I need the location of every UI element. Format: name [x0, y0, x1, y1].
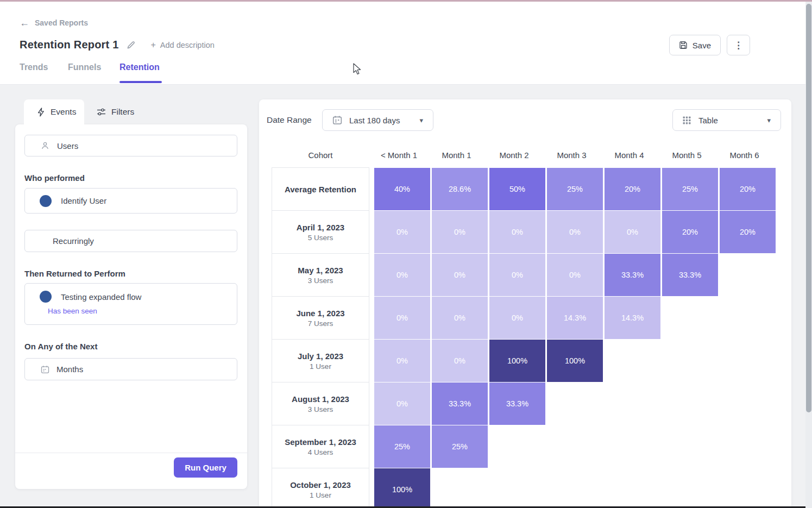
calendar-icon: [41, 365, 49, 374]
table-row: August 1, 20233 Users0%33.3%33.3%: [272, 382, 776, 425]
retention-cells: 0%0%100%100%: [374, 340, 603, 382]
cohort-cell: July 1, 20231 User: [272, 339, 369, 382]
retention-cell[interactable]: 0%: [432, 254, 488, 296]
retention-cell[interactable]: 20%: [720, 211, 776, 253]
retention-cell[interactable]: 25%: [374, 425, 430, 468]
retention-cell[interactable]: 100%: [489, 340, 545, 382]
retention-cell[interactable]: 0%: [489, 297, 545, 339]
add-description-button[interactable]: + Add description: [151, 41, 215, 49]
identify-user-event[interactable]: Identify User: [24, 188, 237, 214]
panel-divider: [15, 453, 247, 453]
cohort-cell: May 1, 20233 Users: [272, 253, 369, 297]
retention-cell[interactable]: 20%: [605, 168, 660, 210]
tab-funnels[interactable]: Funnels: [68, 62, 119, 83]
table-row: Average Retention40%28.6%50%25%20%25%20%: [272, 168, 776, 211]
kebab-icon: ⋮: [734, 40, 743, 51]
retention-cell[interactable]: 0%: [547, 254, 603, 296]
more-options-button[interactable]: ⋮: [727, 35, 750, 55]
tab-trends-label: Trends: [20, 62, 48, 72]
retention-cell[interactable]: 40%: [374, 168, 430, 210]
grid-icon: [683, 116, 691, 124]
then-returned-label: Then Returned to Perform: [24, 269, 125, 278]
retention-cell[interactable]: 50%: [489, 168, 545, 210]
cohort-subtitle: 1 User: [310, 491, 331, 499]
retention-cell[interactable]: 0%: [374, 211, 430, 253]
retention-cell[interactable]: 14.3%: [547, 297, 603, 339]
tab-retention[interactable]: Retention: [119, 62, 160, 83]
retention-cells: 40%28.6%50%25%20%25%20%: [374, 168, 776, 211]
add-description-label: Add description: [160, 41, 215, 49]
date-range-dropdown[interactable]: Last 180 days ▾: [322, 109, 433, 131]
cohort-cell: June 1, 20237 Users: [272, 296, 369, 340]
breadcrumb-label[interactable]: Saved Reports: [35, 18, 88, 27]
retention-cell[interactable]: 0%: [374, 254, 430, 296]
retention-cell[interactable]: 100%: [374, 468, 430, 508]
cohort-title: May 1, 2023: [298, 266, 343, 275]
retention-cell[interactable]: 0%: [374, 382, 430, 425]
retention-cell[interactable]: 0%: [374, 340, 430, 382]
retention-cell[interactable]: 25%: [432, 425, 488, 468]
retention-cell[interactable]: 28.6%: [432, 168, 488, 210]
identify-user-label: Identify User: [61, 196, 106, 205]
cohort-cell: August 1, 20233 Users: [272, 382, 369, 425]
retention-cell[interactable]: 33.3%: [662, 254, 718, 296]
who-performed-label: Who performed: [24, 173, 85, 183]
months-selector[interactable]: Months: [24, 358, 237, 380]
retention-cell[interactable]: 0%: [547, 211, 603, 253]
back-arrow-icon[interactable]: ←: [20, 18, 29, 28]
pencil-icon: [127, 40, 136, 49]
cohort-title: Average Retention: [285, 185, 356, 194]
table-row: July 1, 20231 User0%0%100%100%: [272, 340, 776, 382]
cohort-subtitle: 3 Users: [308, 277, 333, 285]
retention-cell[interactable]: 0%: [489, 211, 545, 253]
save-icon: [679, 41, 688, 49]
table-row: May 1, 20233 Users0%0%0%0%33.3%33.3%: [272, 254, 776, 297]
tab-filters[interactable]: Filters: [87, 99, 143, 124]
table-row: October 1, 20231 User100%: [272, 468, 776, 508]
retention-cell[interactable]: 0%: [374, 297, 430, 339]
edit-title-button[interactable]: [127, 40, 136, 49]
retention-cell[interactable]: 25%: [662, 168, 718, 210]
retention-cell[interactable]: 25%: [547, 168, 603, 210]
recurringly-selector[interactable]: Recurringly: [24, 230, 237, 252]
retention-cell[interactable]: 20%: [720, 168, 776, 210]
retention-cell[interactable]: 14.3%: [605, 297, 660, 339]
retention-cell[interactable]: 33.3%: [489, 382, 545, 425]
report-type-tabs: Trends Funnels Retention: [20, 62, 160, 83]
table-row: June 1, 20237 Users0%0%0%14.3%14.3%: [272, 297, 776, 340]
retention-cells: 25%25%: [374, 425, 488, 468]
tab-trends[interactable]: Trends: [20, 62, 68, 83]
retention-cells: 100%: [374, 468, 430, 508]
retention-cell[interactable]: 0%: [432, 211, 488, 253]
has-been-seen-link[interactable]: Has been seen: [48, 307, 97, 315]
tab-events[interactable]: Events: [24, 99, 84, 124]
save-button[interactable]: Save: [669, 35, 721, 55]
view-selector-value: Table: [698, 116, 718, 125]
column-header: Month 5: [659, 146, 715, 164]
filters-icon: [97, 108, 106, 116]
retention-cell[interactable]: 0%: [432, 340, 488, 382]
scrollbar-track[interactable]: [805, 2, 812, 508]
retention-cell[interactable]: 0%: [605, 211, 660, 253]
breadcrumb[interactable]: ← Saved Reports: [20, 18, 88, 28]
tab-funnels-label: Funnels: [68, 62, 101, 72]
retention-cells: 0%33.3%33.3%: [374, 382, 545, 425]
chevron-down-icon: ▾: [419, 116, 423, 124]
run-query-button[interactable]: Run Query: [174, 457, 237, 478]
retention-cell[interactable]: 20%: [662, 211, 718, 253]
top-accent-strip: [0, 0, 812, 2]
retention-cell[interactable]: 33.3%: [605, 254, 660, 296]
app-header: ← Saved Reports Retention Report 1 + Add…: [0, 2, 805, 85]
retention-cell[interactable]: 0%: [432, 297, 488, 339]
users-selector[interactable]: Users: [24, 135, 237, 156]
retention-cell[interactable]: 0%: [489, 254, 545, 296]
scrollbar-thumb[interactable]: [806, 4, 811, 412]
view-selector-dropdown[interactable]: Table ▾: [672, 109, 781, 131]
date-range-label: Date Range: [267, 115, 312, 125]
retention-cell[interactable]: 33.3%: [432, 382, 488, 425]
cohort-title: June 1, 2023: [296, 309, 344, 318]
return-event-card[interactable]: Testing expanded flow Has been seen: [24, 283, 237, 325]
cohort-cell: September 1, 20234 Users: [272, 425, 369, 468]
cohort-subtitle: 1 User: [310, 362, 331, 371]
retention-cell[interactable]: 100%: [547, 340, 603, 382]
